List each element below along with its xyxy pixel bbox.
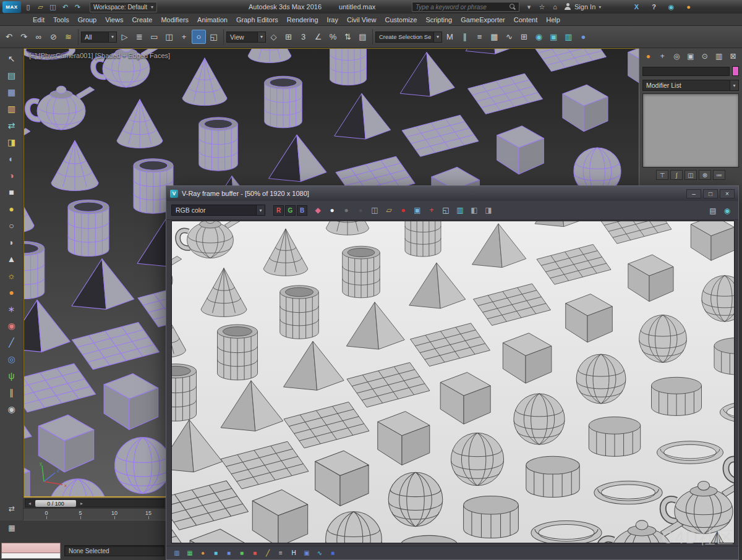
menu-edit[interactable]: Edit bbox=[28, 14, 49, 26]
chevron-down-icon[interactable]: ▾ bbox=[433, 32, 441, 42]
green-channel-button[interactable]: G bbox=[285, 205, 296, 216]
exchange-apps-icon[interactable]: X bbox=[631, 1, 642, 13]
color-swatch-icon[interactable]: ◑ bbox=[5, 169, 19, 182]
globe-icon[interactable]: ◎ bbox=[5, 352, 19, 366]
window-crossing-icon[interactable]: ◫ bbox=[162, 30, 176, 44]
maxscript-mini-listener[interactable] bbox=[1, 543, 61, 553]
menu-graph-editors[interactable]: Graph Editors bbox=[232, 14, 283, 26]
object-color-swatch[interactable] bbox=[732, 66, 739, 76]
tab-create[interactable]: + bbox=[657, 51, 668, 62]
snap-toggle-3d-icon[interactable]: 3 bbox=[296, 30, 310, 44]
vfb-grid-icon[interactable]: ▦ bbox=[186, 549, 194, 558]
track-view-icon[interactable]: ◨ bbox=[5, 135, 19, 149]
make-unique-icon[interactable]: ◫ bbox=[684, 170, 697, 180]
selection-filter-dropdown[interactable]: All ▾ bbox=[81, 32, 117, 43]
modifier-list-dropdown[interactable]: Modifier List ▾ bbox=[642, 80, 739, 91]
vray-frame-buffer-window[interactable]: V V-Ray frame buffer - [50% of 1920 x 10… bbox=[166, 185, 739, 560]
favorites-star-icon[interactable]: ☆ bbox=[536, 1, 548, 13]
vfb-pencil-icon[interactable]: ╱ bbox=[263, 549, 272, 558]
red-channel-button[interactable]: R bbox=[273, 205, 284, 216]
chevron-down-icon[interactable]: ▾ bbox=[256, 205, 265, 215]
tab-geometry[interactable]: ● bbox=[642, 51, 654, 62]
home-icon[interactable]: ⌂ bbox=[549, 1, 561, 13]
remove-modifier-icon[interactable]: ⊗ bbox=[699, 170, 711, 180]
redo-icon[interactable]: ↷ bbox=[17, 30, 31, 44]
open-file-icon[interactable]: ▱ bbox=[35, 1, 46, 13]
percent-snap-icon[interactable]: % bbox=[326, 30, 340, 44]
clear-image-icon[interactable]: ● bbox=[397, 204, 409, 216]
eye-icon[interactable]: ◉ bbox=[5, 402, 19, 416]
rgb-view-icon[interactable]: ● bbox=[326, 204, 338, 216]
show-corrections-icon[interactable]: ◉ bbox=[721, 205, 733, 217]
chevron-down-icon[interactable]: ▾ bbox=[108, 32, 116, 42]
duplicate-to-host-icon[interactable]: ▣ bbox=[411, 204, 424, 216]
sun-icon[interactable]: ☼ bbox=[5, 269, 19, 282]
notification-icon[interactable]: ● bbox=[683, 1, 694, 13]
max-application-menu-button[interactable]: MAX bbox=[2, 1, 21, 13]
pin-stack-icon[interactable]: ⊤ bbox=[656, 170, 668, 180]
swatch-heart-icon[interactable]: ◆ bbox=[312, 204, 324, 216]
viewport-label[interactable]: [+] [PhysCamera001] [Shaded + Edged Face… bbox=[29, 52, 170, 59]
close-button[interactable]: × bbox=[720, 189, 735, 198]
layer-manager-icon[interactable]: ≡ bbox=[472, 30, 487, 44]
track-mouse-icon[interactable]: + bbox=[425, 204, 438, 216]
object-name-field[interactable] bbox=[642, 67, 730, 76]
select-and-move-icon[interactable]: + bbox=[177, 30, 191, 44]
vfb-teal-square-icon[interactable]: ■ bbox=[211, 549, 220, 558]
circle-primitive-icon[interactable]: ○ bbox=[5, 219, 19, 232]
ribbon-toggle-icon[interactable]: ▦ bbox=[487, 30, 501, 44]
chevron-down-icon[interactable]: ▾ bbox=[730, 80, 738, 90]
maximize-button[interactable]: □ bbox=[703, 189, 718, 198]
vfb-red-square-icon[interactable]: ■ bbox=[250, 549, 259, 558]
vfb-history-icon[interactable]: H bbox=[289, 549, 298, 558]
communication-center-icon[interactable]: ◉ bbox=[665, 1, 677, 13]
save-file-icon[interactable]: ◫ bbox=[47, 1, 59, 13]
help-icon[interactable]: ? bbox=[648, 1, 660, 13]
mono-view-icon[interactable]: ● bbox=[354, 204, 367, 216]
tab-utilities[interactable]: ⊠ bbox=[727, 51, 739, 62]
menu-rendering[interactable]: Rendering bbox=[283, 14, 323, 26]
vfb-render-image[interactable] bbox=[171, 221, 735, 543]
scatter-icon[interactable]: ∗ bbox=[5, 302, 19, 316]
curve-editor-icon[interactable]: ∿ bbox=[502, 30, 516, 44]
align-icon[interactable]: ∥ bbox=[458, 30, 472, 44]
menu-gameexporter[interactable]: GameExporter bbox=[456, 14, 510, 26]
keyboard-override-icon[interactable]: ⊞ bbox=[281, 30, 296, 44]
region-render-icon[interactable]: ◱ bbox=[440, 204, 452, 216]
select-and-manipulate-icon[interactable]: ◇ bbox=[267, 30, 281, 44]
reference-coordinate-dropdown[interactable]: View ▾ bbox=[226, 32, 266, 43]
load-image-icon[interactable]: ▱ bbox=[383, 204, 395, 216]
select-and-scale-icon[interactable]: ◱ bbox=[207, 30, 221, 44]
search-icon[interactable] bbox=[510, 4, 516, 10]
undo-icon[interactable]: ↶ bbox=[2, 30, 16, 44]
pick-icon[interactable]: ╱ bbox=[5, 336, 19, 349]
rendered-frame-icon[interactable]: ▥ bbox=[561, 30, 576, 44]
cone-primitive-icon[interactable]: ▲ bbox=[5, 252, 19, 266]
material-editor-icon[interactable]: ◉ bbox=[532, 30, 546, 44]
redo-icon[interactable]: ↷ bbox=[72, 1, 83, 13]
named-selection-set-dropdown[interactable]: Create Selection Se ▾ bbox=[375, 32, 442, 43]
minimize-button[interactable]: – bbox=[686, 189, 701, 198]
spinner-snap-icon[interactable]: ⇅ bbox=[341, 30, 355, 44]
previous-frame-icon[interactable]: ◂ bbox=[27, 500, 33, 507]
menu-help[interactable]: Help bbox=[542, 14, 565, 26]
save-image-icon[interactable]: ◫ bbox=[369, 204, 381, 216]
transform-arrows-icon[interactable]: ⇄ bbox=[5, 502, 19, 515]
angle-snap-icon[interactable]: ∠ bbox=[311, 30, 325, 44]
menu-create[interactable]: Create bbox=[127, 14, 156, 26]
configure-modifier-icon[interactable]: ≔ bbox=[713, 170, 725, 180]
chevron-down-icon[interactable]: ▾ bbox=[257, 32, 265, 42]
table-icon[interactable]: ▦ bbox=[5, 85, 19, 99]
new-scene-icon[interactable]: ▯ bbox=[22, 1, 34, 13]
tab-modify[interactable]: ◎ bbox=[671, 51, 683, 62]
vfb-sphere-icon[interactable]: ● bbox=[198, 549, 207, 558]
ab-horizontal-icon[interactable]: ◧ bbox=[468, 204, 480, 216]
next-frame-icon[interactable]: ▸ bbox=[79, 500, 85, 507]
sign-in-button[interactable]: Sign In ▾ bbox=[564, 0, 601, 14]
select-and-rotate-icon[interactable]: ○ bbox=[192, 30, 206, 44]
sphere-primitive-icon[interactable]: ● bbox=[5, 202, 19, 216]
vfb-curve-icon[interactable]: ∿ bbox=[315, 549, 324, 558]
menu-group[interactable]: Group bbox=[74, 14, 101, 26]
pointer-icon[interactable]: ↖ bbox=[5, 52, 19, 66]
grass-icon[interactable]: ψ bbox=[5, 369, 19, 383]
